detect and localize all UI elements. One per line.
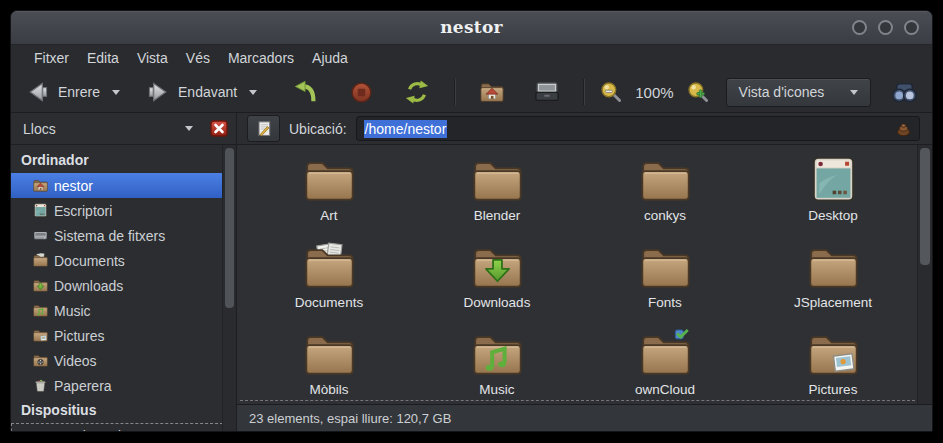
place-label: Downloads: [54, 278, 123, 294]
place-label: Paperera: [54, 378, 112, 394]
main-scrollbar-thumb[interactable]: [920, 148, 930, 265]
close-panel-icon[interactable]: [210, 120, 228, 137]
computer-icon: [534, 79, 560, 105]
file-icon: [805, 329, 862, 379]
place-icon: [32, 328, 49, 343]
back-button[interactable]: Enrere: [21, 76, 105, 108]
sidebar-scrollbar[interactable]: [222, 145, 236, 431]
main-scrollbar[interactable]: [917, 145, 932, 404]
file-item[interactable]: Fonts: [581, 240, 749, 327]
places-section-header: Ordinador: [11, 148, 236, 173]
file-item[interactable]: Documents: [245, 240, 413, 327]
location-value: /home/nestor: [364, 120, 448, 138]
place-item[interactable]: Documents: [11, 248, 223, 273]
place-item[interactable]: Encriptat de 250 GB: [11, 423, 223, 431]
file-item[interactable]: conkys: [581, 153, 749, 240]
file-label: Art: [320, 208, 337, 223]
window-buttons: [852, 11, 919, 44]
side-pane-selector[interactable]: [178, 120, 200, 137]
place-item[interactable]: Downloads: [11, 273, 223, 298]
forward-history-dropdown[interactable]: [242, 84, 264, 101]
place-item[interactable]: nestor: [11, 173, 223, 198]
up-button[interactable]: [287, 76, 325, 108]
side-pane-title: Llocs: [23, 121, 178, 137]
titlebar[interactable]: nestor: [11, 11, 932, 45]
location-input[interactable]: /home/nestor: [356, 116, 920, 141]
file-icon: [637, 242, 694, 292]
main-pane: Ubicació: /home/nestor Art: [237, 113, 932, 431]
place-icon: [32, 203, 49, 218]
stop-button[interactable]: [343, 77, 380, 108]
forward-icon: [146, 80, 170, 104]
menu-item[interactable]: Vés: [177, 45, 219, 72]
file-item[interactable]: JSplacement: [749, 240, 917, 327]
file-label: conkys: [644, 208, 686, 223]
menu-item[interactable]: Edita: [78, 45, 128, 72]
back-history-dropdown[interactable]: [105, 84, 127, 101]
place-item[interactable]: Music: [11, 298, 223, 323]
back-icon: [26, 80, 50, 104]
place-item[interactable]: Paperera: [11, 373, 223, 398]
place-item[interactable]: Sistema de fitxers: [11, 223, 223, 248]
file-label: Mòbils: [309, 382, 348, 397]
menu-item[interactable]: Vista: [128, 45, 177, 72]
file-item[interactable]: Music: [413, 327, 581, 404]
file-item[interactable]: Mòbils: [245, 327, 413, 404]
zoom-out-button[interactable]: [593, 77, 629, 107]
minimize-icon[interactable]: [852, 20, 867, 35]
place-icon: [32, 353, 49, 368]
place-icon: [32, 278, 49, 293]
file-icon: [301, 155, 358, 205]
icon-view[interactable]: Art Blender conkys: [237, 145, 932, 404]
back-label: Enrere: [58, 84, 100, 100]
go-icon[interactable]: [895, 120, 912, 137]
home-button[interactable]: [472, 77, 512, 107]
file-item[interactable]: Desktop: [749, 153, 917, 240]
forward-label: Endavant: [178, 84, 237, 100]
home-icon: [478, 80, 506, 104]
file-item[interactable]: Pictures: [749, 327, 917, 404]
place-label: nestor: [54, 178, 93, 194]
file-item[interactable]: Blender: [413, 153, 581, 240]
file-icon: [469, 155, 526, 205]
place-item[interactable]: Escriptori: [11, 198, 223, 223]
file-grid: Art Blender conkys: [237, 145, 932, 404]
content-area: Llocs Ordinador nestor: [11, 113, 932, 431]
statusbar: 23 elements, espai lliure: 120,7 GB: [237, 404, 932, 431]
menu-item[interactable]: Marcadors: [219, 45, 303, 72]
place-label: Videos: [54, 353, 97, 369]
place-item[interactable]: Videos: [11, 348, 223, 373]
place-label: Encriptat de 250 GB: [54, 428, 180, 432]
refresh-icon: [404, 79, 430, 105]
view-mode-select[interactable]: Vista d'icones: [726, 78, 872, 107]
menu-item[interactable]: Ajuda: [303, 45, 357, 72]
stop-icon: [349, 80, 374, 105]
edit-location-icon: [254, 119, 274, 139]
refresh-button[interactable]: [398, 76, 436, 108]
places-list: Ordinador nestor Escriptori: [11, 145, 236, 431]
find-button[interactable]: [885, 76, 924, 109]
file-label: Fonts: [648, 295, 682, 310]
place-label: Music: [54, 303, 91, 319]
computer-button[interactable]: [528, 76, 566, 108]
place-icon: [32, 428, 49, 431]
place-icon: [32, 303, 49, 318]
zoom-in-button[interactable]: [680, 77, 716, 107]
forward-button[interactable]: Endavant: [141, 76, 242, 108]
zoom-out-icon: [599, 80, 623, 104]
file-icon: [805, 155, 862, 205]
file-item[interactable]: ownCloud: [581, 327, 749, 404]
menu-item[interactable]: Fitxer: [25, 45, 78, 72]
place-label: Escriptori: [54, 203, 112, 219]
close-icon[interactable]: [904, 20, 919, 35]
zoom-in-icon: [686, 80, 710, 104]
place-item[interactable]: Pictures: [11, 323, 223, 348]
sidebar-scrollbar-thumb[interactable]: [225, 148, 234, 308]
file-icon: [301, 242, 358, 292]
chevron-down-icon: [249, 90, 257, 95]
maximize-icon[interactable]: [878, 20, 893, 35]
place-label: Documents: [54, 253, 125, 269]
file-item[interactable]: Art: [245, 153, 413, 240]
file-item[interactable]: Downloads: [413, 240, 581, 327]
edit-location-button[interactable]: [247, 115, 280, 142]
